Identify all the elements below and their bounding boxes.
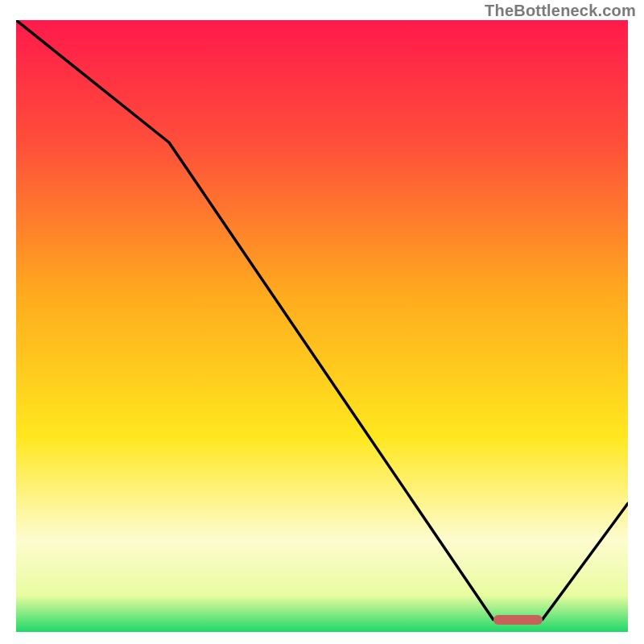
chart-svg [16,20,628,632]
optimal-range-marker [493,615,543,625]
chart-plot-area [16,20,628,632]
watermark-text: TheBottleneck.com [485,2,636,20]
gradient-background [16,20,628,632]
